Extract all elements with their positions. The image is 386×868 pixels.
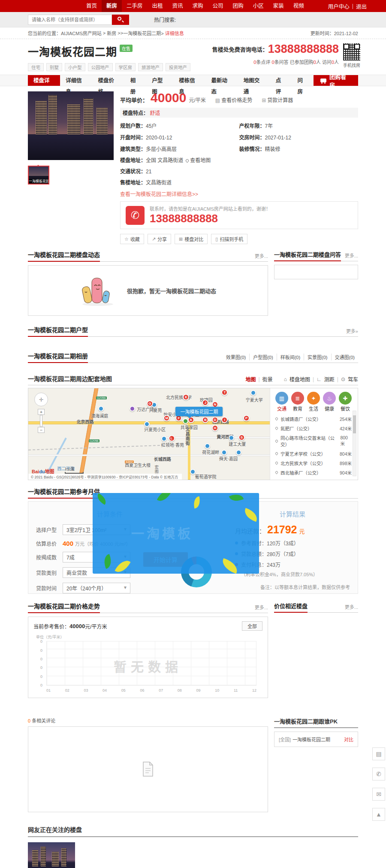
favorite-button[interactable]: ☆收藏 [120,234,144,244]
poi-pin[interactable]: S [238,434,245,441]
nav-second-hand[interactable]: 二手房 [122,0,148,12]
flash-ad-overlay[interactable]: 一淘模板 [93,493,259,574]
tab-map[interactable]: 地图交通 [238,75,270,86]
tab-price[interactable]: 楼盘价格 [92,75,124,86]
album-link-floorplan[interactable]: 户型图(0) [250,354,277,360]
loan-calculator-link[interactable]: ⊞贷款计算器 [262,96,293,103]
tag[interactable]: 别墅 [46,63,62,71]
zoom-slider[interactable] [40,415,42,427]
estate-map-button[interactable]: 楼盘地图 [290,375,310,383]
floorplan-more-link[interactable]: 更多» [346,327,358,336]
message-tool-button[interactable]: ✉ [372,788,385,801]
pk-compare-button[interactable]: 对比 [344,736,353,743]
all-filter-button[interactable]: 全部 [242,621,262,631]
tag[interactable]: 住宅 [28,63,44,71]
poi-row[interactable]: 氮肥厂（公交）424米 [275,423,352,433]
poi-pin[interactable]: H [212,425,218,431]
review-label[interactable]: 条点评 [256,60,270,65]
measure-button[interactable]: 测距 [324,375,335,383]
breadcrumb-name[interactable]: 一淘模板花园二期> [123,30,163,36]
poi-scrollbar[interactable] [353,411,356,476]
view-detail-link[interactable]: 查看一淘模板花园二期详细信息>> [120,190,358,197]
trend-more-link[interactable]: 更多... [255,604,268,613]
property-map-tooltip[interactable]: 一淘模板花园二期 [175,407,223,416]
tag[interactable]: 小户型 [65,63,85,71]
poi-row[interactable]: 同心路市场东（公交）965米 [275,477,352,480]
street-mode-button[interactable]: 街景 [262,375,273,383]
tag[interactable]: 学区房 [115,63,136,71]
poi-pin[interactable]: D [212,417,218,423]
loan-term-select[interactable]: 20年（240个月）▾ [63,583,130,593]
nav-rent[interactable]: 出租 [148,0,168,12]
user-center-link[interactable]: 用户中心 [328,2,350,10]
bus-stop-marker[interactable] [190,469,196,475]
poi-pin[interactable]: G [147,400,153,407]
bus-stop-marker[interactable] [161,436,167,442]
compare-button[interactable]: ⊞楼盘对比 [175,234,208,244]
dynamics-more-link[interactable]: 更多... [255,252,268,261]
similar-more-link[interactable]: 更多... [345,603,358,612]
album-link-render[interactable]: 效果图(0) [223,354,250,360]
poi-row[interactable]: 西北轴承厂（公交）904米 [275,468,352,477]
tab-floorplan[interactable]: 户型图 [146,75,173,86]
category-life[interactable]: ✦生活 [307,392,320,412]
bus-stop-marker[interactable] [98,406,104,411]
nav-wanted[interactable]: 求购 [188,0,208,12]
category-traffic[interactable]: ▥交通 [275,392,288,412]
nav-new-house[interactable]: 新房 [102,0,122,12]
map-pan-control[interactable]: ✛ [34,393,48,406]
search-input[interactable] [28,15,112,25]
watching-card[interactable]: 一淘模板花园二期 40000元/平米 [28,842,75,868]
tab-building[interactable]: 楼栋信息 [173,75,205,86]
poi-pin[interactable]: M [163,415,170,421]
bus-stop-marker[interactable] [205,443,210,449]
pk-property-name[interactable]: 一淘模板花园二期 [293,736,330,743]
poi-pin[interactable]: L [169,435,175,442]
tab-info[interactable]: 详细信息 [60,75,92,86]
poi-row[interactable]: 同心路市场公交首末站（公交）800米 [275,433,352,449]
album-link-model[interactable]: 样板间(0) [277,354,304,360]
group-buy-button[interactable]: 团购看房 [314,75,358,86]
album-link-traffic[interactable]: 交通图(0) [332,354,358,360]
nav-news[interactable]: 资讯 [168,0,188,12]
logout-link[interactable]: 退出 [356,2,367,10]
bus-stop-marker[interactable] [250,390,256,396]
category-health[interactable]: ♨健康 [323,392,336,412]
total-price-value[interactable]: 400 [63,540,73,547]
photo-thumbnail[interactable]: 一淘模板花园二 [28,166,49,184]
tab-dynamics[interactable]: 最新动态 [205,75,238,86]
tab-album[interactable]: 相册 [125,75,147,86]
price-trend-link[interactable]: ▤查看价格走势 [215,96,252,103]
qa-label[interactable]: 条问答 [274,60,289,65]
nav-home[interactable]: 首页 [81,0,102,12]
poi-row[interactable]: 北方民族大学（公交）898米 [275,458,352,468]
view-map-link[interactable]: 查看地图 [183,157,211,163]
category-dining[interactable]: ✚餐饮 [339,392,352,412]
poi-pin[interactable]: P [243,415,250,421]
qa-more-link[interactable]: 更多... [345,252,358,261]
tag[interactable]: 公园地产 [88,63,113,71]
bus-stop-marker[interactable] [229,435,234,441]
bus-stop-marker[interactable] [236,450,241,455]
poi-row[interactable]: 宁夏艺术学校（公交）804米 [275,449,352,458]
mall-marker[interactable] [130,406,135,411]
scan-to-phone-button[interactable]: ▯扫描到手机 [211,234,247,244]
nav-decoration[interactable]: 家装 [268,0,289,12]
nav-community[interactable]: 小区 [248,0,268,12]
nav-company[interactable]: 公司 [208,0,228,12]
tag[interactable]: 投资地产 [166,63,190,71]
drive-button[interactable]: 驾车 [348,375,358,383]
zoom-in-button[interactable]: + [38,409,45,415]
map-mode-button[interactable]: 地图 [245,375,256,383]
poi-pin[interactable]: J [202,399,208,406]
nav-group-buy[interactable]: 团购 [228,0,248,12]
tab-review[interactable]: 点评 [270,75,292,86]
category-education[interactable]: ≣教育 [291,392,304,412]
tag[interactable]: 旅游地产 [138,63,163,71]
zoom-out-button[interactable]: − [38,427,45,433]
poi-row[interactable]: 长城铸造厂（公交）254米 [275,414,352,423]
tab-ask[interactable]: 问房 [292,75,314,86]
album-link-real[interactable]: 实景图(0) [304,354,331,360]
poi-pin[interactable]: T [221,389,228,396]
share-button[interactable]: ↗分享 [148,234,171,244]
